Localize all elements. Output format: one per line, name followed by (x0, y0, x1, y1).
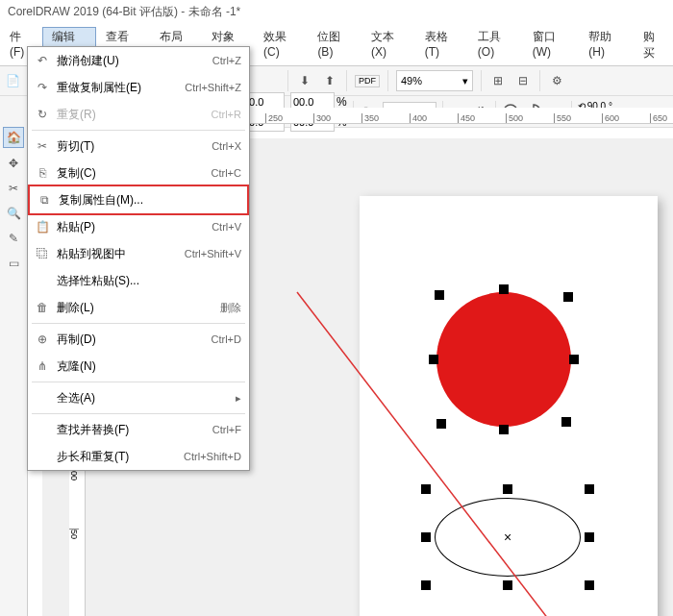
menu-separator (32, 323, 245, 324)
menu-item-label: 撤消创建(U) (53, 53, 212, 69)
menu-item[interactable]: 🗑删除(L)删除 (28, 294, 249, 321)
menu-item-label: 选择性粘贴(S)... (53, 273, 241, 289)
menu-item-shortcut: Ctrl+V (212, 221, 241, 233)
menu-item-label: 重做复制属性(E) (53, 80, 185, 96)
menu-item-shortcut: Ctrl+X (212, 140, 241, 152)
menu-item-label: 复制(C) (53, 165, 212, 182)
menu-item[interactable]: ↷重做复制属性(E)Ctrl+Shift+Z (28, 74, 249, 101)
menu-12[interactable]: 购买 (634, 27, 673, 63)
menu-item-icon: ✂ (32, 139, 53, 153)
menu-item-shortcut: Ctrl+Shift+D (184, 451, 241, 462)
toolbox: 🏠 ✥ ✂ 🔍 ✎ ▭ (0, 123, 28, 616)
shape-tool[interactable]: ✥ (4, 154, 23, 173)
separator (387, 70, 388, 91)
pct-unit: % (336, 95, 347, 109)
menu-item[interactable]: ✂剪切(T)Ctrl+X (28, 133, 249, 160)
separator (287, 70, 288, 91)
red-circle-object[interactable] (436, 292, 571, 427)
menu-item-shortcut: Ctrl+F (212, 424, 241, 435)
menu-item-icon: ↷ (32, 81, 53, 94)
import-icon[interactable]: ⬇ (296, 72, 313, 89)
separator (481, 70, 482, 91)
menu-item-icon: ↶ (32, 54, 53, 67)
menu-item-icon: ⊕ (32, 333, 53, 346)
menu-8[interactable]: 表格(T) (415, 27, 468, 63)
menu-item[interactable]: ⊕再制(D)Ctrl+D (28, 326, 249, 353)
menu-item-label: 全选(A) (53, 390, 236, 407)
menu-9[interactable]: 工具(O) (468, 27, 523, 63)
menu-5[interactable]: 效果(C) (254, 27, 308, 63)
menu-item-icon: ⿻ (32, 247, 53, 260)
edit-menu-dropdown: ↶撤消创建(U)Ctrl+Z↷重做复制属性(E)Ctrl+Shift+Z↻重复(… (27, 46, 250, 471)
menu-item-label: 重复(R) (53, 107, 212, 123)
menu-item[interactable]: ↶撤消创建(U)Ctrl+Z (28, 47, 249, 74)
menu-item-shortcut: Ctrl+R (212, 109, 241, 120)
freehand-tool[interactable]: ✎ (4, 229, 23, 248)
menu-item[interactable]: 步长和重复(T)Ctrl+Shift+D (28, 443, 249, 470)
menu-item[interactable]: ⋔克隆(N) (28, 353, 249, 380)
menu-6[interactable]: 位图(B) (308, 27, 361, 63)
separator (539, 70, 540, 91)
title-bar: CorelDRAW 2019 (64-Bit 评估版) - 未命名 -1* (0, 0, 673, 25)
menu-item-icon: 📋 (32, 220, 53, 234)
menu-item[interactable]: 查找并替换(F)Ctrl+F (28, 416, 249, 443)
menu-11[interactable]: 帮助(H) (579, 27, 633, 63)
menu-item-label: 删除(L) (53, 300, 220, 316)
menu-item-icon: ↻ (32, 108, 53, 121)
menu-item-label: 剪切(T) (53, 138, 212, 155)
menu-item[interactable]: ⎘复制(C)Ctrl+C (28, 160, 249, 186)
menu-item-shortcut: Ctrl+Shift+V (185, 248, 241, 259)
menu-item[interactable]: ⧉复制属性自(M)... (30, 186, 247, 213)
menu-item-icon: ⧉ (34, 193, 55, 207)
menu-item[interactable]: 全选(A)▸ (28, 384, 249, 411)
new-doc-icon[interactable]: 📄 (4, 72, 21, 89)
pick-tool[interactable]: 🏠 (3, 127, 24, 148)
ellipse-object-selected[interactable]: × (421, 484, 594, 590)
menu-item[interactable]: ⿻粘贴到视图中Ctrl+Shift+V (28, 240, 249, 267)
menu-separator (32, 130, 245, 131)
export-icon[interactable]: ⬆ (321, 72, 338, 89)
menu-separator (32, 413, 245, 414)
menu-7[interactable]: 文本(X) (361, 27, 415, 63)
zoom-combo[interactable]: 49%▾ (396, 70, 473, 91)
menu-item: ↻重复(R)Ctrl+R (28, 101, 249, 128)
menu-item[interactable]: 📋粘贴(P)Ctrl+V (28, 213, 249, 240)
menu-item-label: 粘贴到视图中 (53, 246, 185, 262)
menu-item[interactable]: 选择性粘贴(S)... (28, 267, 249, 294)
menu-item-shortcut: Ctrl+Z (212, 55, 241, 66)
crop-tool[interactable]: ✂ (4, 179, 23, 198)
menu-item-icon: 🗑 (32, 301, 53, 314)
title-text: CorelDRAW 2019 (64-Bit 评估版) - 未命名 -1* (8, 5, 240, 18)
menu-item-shortcut: Ctrl+D (212, 333, 241, 345)
snap-icon[interactable]: ⊞ (489, 72, 507, 89)
zoom-tool[interactable]: 🔍 (4, 204, 23, 223)
menu-item-shortcut: ▸ (236, 392, 241, 405)
menu-item-icon: ⎘ (32, 166, 53, 180)
menu-item-label: 查找并替换(F) (53, 422, 212, 438)
page[interactable]: × (360, 196, 658, 616)
menu-item-label: 步长和重复(T) (53, 449, 184, 465)
menu-item-label: 复制属性自(M)... (55, 192, 239, 209)
separator (346, 70, 347, 91)
menu-separator (32, 382, 245, 382)
options-icon[interactable]: ⚙ (548, 72, 565, 89)
pdf-export-button[interactable]: PDF (355, 75, 380, 87)
menu-item-shortcut: Ctrl+C (212, 167, 241, 179)
menu-item-label: 再制(D) (53, 332, 212, 348)
menu-10[interactable]: 窗口(W) (523, 27, 580, 63)
menu-item-label: 粘贴(P) (53, 219, 212, 235)
menu-item-label: 克隆(N) (53, 358, 241, 375)
menu-item-shortcut: Ctrl+Shift+Z (185, 82, 241, 93)
menu-item-shortcut: 删除 (220, 301, 241, 315)
center-marker: × (504, 530, 511, 545)
grid-icon[interactable]: ⊟ (514, 72, 532, 89)
menu-item-icon: ⋔ (32, 359, 53, 373)
rectangle-tool[interactable]: ▭ (4, 254, 23, 273)
